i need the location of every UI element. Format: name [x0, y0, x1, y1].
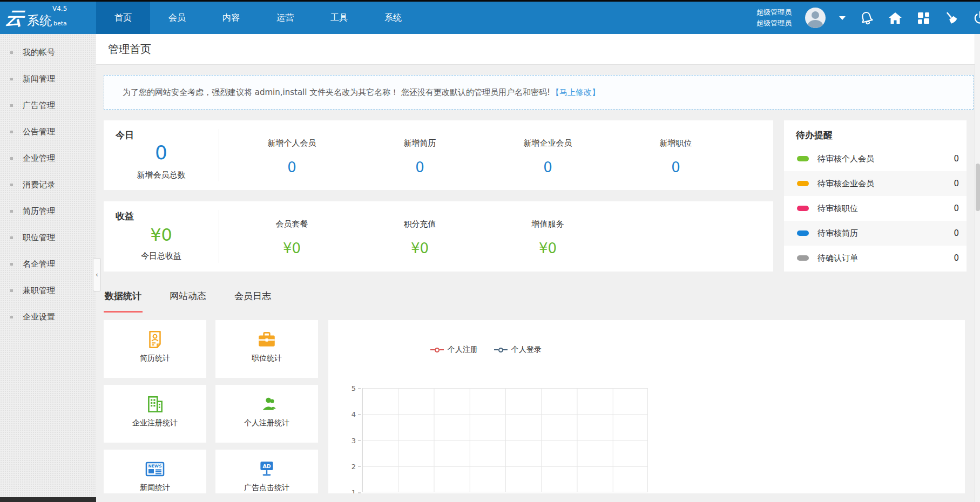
sidebar-item-company-setting[interactable]: 企业设置 — [0, 304, 96, 330]
notice-modify-link[interactable]: 【马上修改】 — [551, 87, 600, 98]
today-col-company-members: 新增企业会员 0 — [484, 120, 612, 190]
power-icon[interactable] — [972, 10, 980, 25]
revenue-col-label: 增值服务 — [484, 219, 612, 229]
notice-text: 为了您的网站安全考虑，强烈建议将 admin,install 文件夹名改为其它名… — [123, 87, 550, 98]
todo-count: 0 — [954, 154, 959, 164]
tile-resume-stats[interactable]: 简历统计 — [104, 320, 206, 378]
todo-row-pending-company-members[interactable]: 待审核企业会员 0 — [784, 171, 967, 196]
today-columns: 新增个人会员 0 新增简历 0 新增企业会员 0 新增职位 0 — [228, 120, 740, 190]
todo-count: 0 — [954, 179, 959, 188]
gray-pill-icon — [797, 255, 809, 261]
sidebar-menu: 我的帐号 新闻管理 广告管理 公告管理 企业管理 消费记录 简历管理 职位管理 … — [0, 34, 96, 330]
scrollbar-thumb[interactable] — [976, 164, 980, 211]
nav-item-tools[interactable]: 工具 — [312, 2, 366, 34]
security-notice-banner: 为了您的网站安全考虑，强烈建议将 admin,install 文件夹名改为其它名… — [104, 75, 974, 110]
sidebar-item-famous-mgmt[interactable]: 名企管理 — [0, 251, 96, 277]
today-col-value: 0 — [612, 160, 740, 174]
legend-item-personal-login[interactable]: 个人登录 — [494, 345, 542, 355]
nav-item-system[interactable]: 系统 — [366, 2, 420, 34]
tile-label: 个人注册统计 — [215, 418, 318, 428]
home-icon[interactable] — [888, 10, 903, 25]
tile-personal-register-stats[interactable]: 个人注册统计 — [215, 385, 318, 443]
tile-ad-click-stats[interactable]: AD 广告点击统计 — [215, 450, 318, 493]
cloud-logo-icon: 云 — [4, 6, 25, 31]
todo-list: 待审核个人会员 0 待审核企业会员 0 待审核职位 0 待审核简历 0 — [784, 146, 967, 270]
line-circle-marker-icon — [430, 348, 444, 352]
brand-version: V4.5 — [52, 5, 67, 12]
svg-text:NEWS: NEWS — [148, 464, 161, 469]
orange-pill-icon — [797, 181, 809, 186]
broom-icon[interactable] — [944, 10, 959, 25]
todo-label: 待审核个人会员 — [817, 154, 954, 164]
tab-member-logs[interactable]: 会员日志 — [233, 287, 272, 309]
today-col-resumes: 新增简历 0 — [356, 120, 484, 190]
statistics-section: 简历统计 职位统计 — [96, 320, 980, 493]
y-axis-tick: 5 — [352, 384, 356, 392]
avatar-bust-shape — [808, 20, 823, 28]
user-menu-caret-icon[interactable] — [839, 16, 846, 20]
ad-icon: AD — [215, 458, 318, 480]
revenue-columns: 会员套餐 ¥0 积分充值 ¥0 增值服务 ¥0 — [228, 201, 612, 272]
pink-pill-icon — [797, 206, 809, 211]
tile-label: 职位统计 — [215, 354, 318, 363]
nav-item-content[interactable]: 内容 — [204, 2, 258, 34]
news-icon: NEWS — [104, 458, 206, 480]
tile-label: 简历统计 — [104, 354, 206, 363]
sidebar-item-parttime-mgmt[interactable]: 兼职管理 — [0, 277, 96, 304]
today-card-divider — [219, 129, 219, 181]
user-avatar[interactable] — [805, 8, 826, 28]
today-col-personal-members: 新增个人会员 0 — [228, 120, 356, 190]
sidebar-item-job-mgmt[interactable]: 职位管理 — [0, 225, 96, 251]
today-col-value: 0 — [484, 160, 612, 174]
today-col-label: 新增职位 — [612, 138, 740, 148]
resume-icon — [104, 329, 206, 350]
people-icon — [215, 394, 318, 415]
blue-pill-icon — [797, 230, 809, 236]
revenue-col-label: 积分充值 — [356, 219, 484, 229]
tile-news-stats[interactable]: NEWS 新闻统计 — [104, 450, 206, 493]
sidebar-item-news-mgmt[interactable]: 新闻管理 — [0, 66, 96, 92]
sidebar: 我的帐号 新闻管理 广告管理 公告管理 企业管理 消费记录 简历管理 职位管理 … — [0, 34, 96, 502]
sidebar-item-consume-records[interactable]: 消费记录 — [0, 172, 96, 198]
brand-beta-tag: beta — [53, 20, 67, 27]
brand-logo[interactable]: 云 系统 V4.5 beta — [0, 2, 96, 34]
top-edge-strip — [0, 0, 980, 2]
todo-row-pending-orders[interactable]: 待确认订单 0 — [784, 246, 967, 270]
sidebar-item-ads-mgmt[interactable]: 广告管理 — [0, 92, 96, 119]
y-axis-tick: 2 — [352, 462, 356, 470]
tab-data-statistics[interactable]: 数据统计 — [104, 287, 143, 309]
legend-item-personal-register[interactable]: 个人注册 — [430, 345, 478, 355]
revenue-col-value: ¥0 — [484, 241, 612, 255]
nav-item-members[interactable]: 会员 — [150, 2, 204, 34]
sidebar-item-my-account[interactable]: 我的帐号 — [0, 39, 96, 66]
page-title: 管理首页 — [108, 42, 151, 57]
today-total-new-members-value: 0 — [104, 143, 219, 162]
avatar-head-shape — [812, 11, 819, 19]
sidebar-item-announce-mgmt[interactable]: 公告管理 — [0, 119, 96, 145]
todo-row-pending-resumes[interactable]: 待审核简历 0 — [784, 221, 967, 246]
tile-job-stats[interactable]: 职位统计 — [215, 320, 318, 378]
nav-item-operation[interactable]: 运营 — [258, 2, 312, 34]
main-nav: 首页 会员 内容 运营 工具 系统 — [96, 2, 420, 34]
tab-site-dynamics[interactable]: 网站动态 — [168, 287, 207, 309]
today-col-value: 0 — [356, 160, 484, 174]
admin-dashboard-screen: 云 系统 V4.5 beta 首页 会员 内容 运营 工具 系统 超级管理员 超… — [0, 0, 980, 502]
revenue-col-value-added: 增值服务 ¥0 — [484, 201, 612, 272]
bell-icon[interactable] — [859, 10, 874, 25]
sidebar-item-resume-mgmt[interactable]: 简历管理 — [0, 198, 96, 225]
today-col-jobs: 新增职位 0 — [612, 120, 740, 190]
apps-grid-icon[interactable] — [916, 11, 930, 25]
sidebar-collapse-handle[interactable]: ‹ — [93, 258, 101, 291]
nav-item-home[interactable]: 首页 — [96, 2, 150, 34]
today-col-value: 0 — [228, 160, 356, 174]
vertical-scrollbar — [975, 34, 980, 502]
sidebar-item-company-mgmt[interactable]: 企业管理 — [0, 145, 96, 172]
top-header-bar: 云 系统 V4.5 beta 首页 会员 内容 运营 工具 系统 超级管理员 超… — [0, 2, 980, 34]
revenue-col-value: ¥0 — [356, 241, 484, 255]
todo-row-pending-jobs[interactable]: 待审核职位 0 — [784, 196, 967, 221]
header-right-area: 超级管理员 超级管理员 — [756, 2, 980, 34]
todo-row-pending-personal-members[interactable]: 待审核个人会员 0 — [784, 146, 967, 171]
tile-company-register-stats[interactable]: 企业注册统计 — [104, 385, 206, 443]
today-col-label: 新增企业会员 — [484, 138, 612, 148]
revenue-col-points-recharge: 积分充值 ¥0 — [356, 201, 484, 272]
